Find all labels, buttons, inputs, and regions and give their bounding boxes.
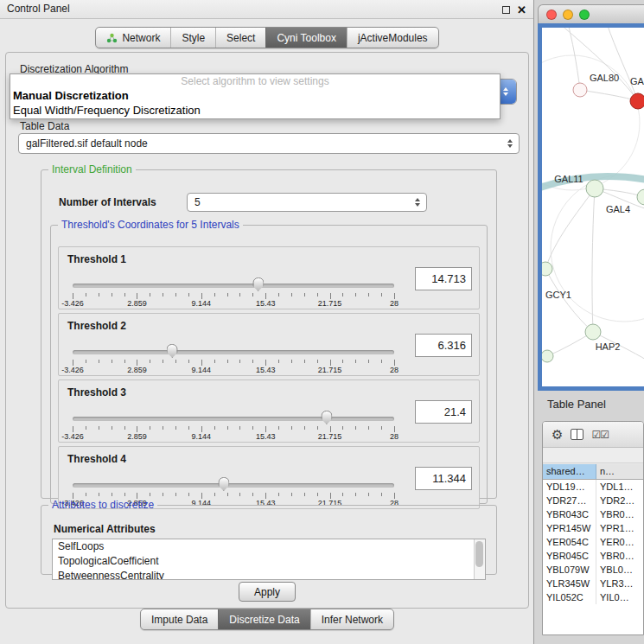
tick-mark <box>317 360 318 363</box>
network-node[interactable] <box>542 350 553 362</box>
table-cell[interactable]: YIL052C <box>543 590 596 604</box>
tick-mark <box>368 493 369 496</box>
tick-mark <box>265 360 266 366</box>
table-row[interactable]: YPR145WYPR1… <box>543 521 643 535</box>
attribute-list-item[interactable]: BetweennessCentrality <box>53 569 485 580</box>
table-cell[interactable]: YDR27… <box>543 494 596 507</box>
table-cell[interactable]: YDL1… <box>596 480 643 494</box>
zoom-traffic-icon[interactable] <box>579 10 590 20</box>
table-cell[interactable]: YDR2… <box>596 494 643 507</box>
tick-mark <box>304 426 305 430</box>
network-node[interactable] <box>542 262 552 276</box>
tick-mark <box>278 426 279 430</box>
tab-jactivemodules[interactable]: jActiveModules <box>347 28 438 48</box>
tick-mark <box>394 360 395 366</box>
table-data-combo[interactable]: galFiltered.sif default node <box>18 133 520 154</box>
tab-style[interactable]: Style <box>170 28 215 48</box>
table-cell[interactable]: YBR043C <box>543 507 596 521</box>
scrollbar[interactable] <box>474 539 485 579</box>
column-header-name[interactable]: n… <box>596 464 643 479</box>
number-of-intervals-label: Number of Intervals <box>59 196 156 208</box>
tab-discretize-data[interactable]: Discretize Data <box>218 609 309 629</box>
tab-network[interactable]: Network <box>96 28 170 48</box>
network-node[interactable] <box>585 324 601 340</box>
table-cell[interactable]: YBR0… <box>596 507 643 521</box>
dropdown-option-manual[interactable]: Manual Discretization <box>10 88 500 103</box>
checkbox-icon[interactable]: ☑☑ <box>591 430 609 440</box>
threshold-label: Threshold 1 <box>67 253 126 265</box>
float-window-icon[interactable] <box>502 6 510 14</box>
close-traffic-icon[interactable] <box>546 10 557 20</box>
tab-label: Discretize Data <box>229 610 299 629</box>
network-canvas[interactable]: GAL80 GA GAL11 GAL4 GCY1 HAP2 <box>542 28 644 386</box>
tick-mark <box>330 293 331 299</box>
dropdown-option-equal-width[interactable]: Equal Width/Frequency Discretization <box>10 103 500 118</box>
table-cell[interactable]: YPR1… <box>596 521 643 535</box>
threshold-slider[interactable]: -3.4262.8599.14415.4321.71528 <box>73 341 394 374</box>
numerical-attributes-list[interactable]: SelfLoopsTopologicalCoefficientBetweenne… <box>52 539 486 580</box>
tick-mark <box>201 293 202 299</box>
network-window-titlebar[interactable] <box>538 4 644 23</box>
threshold-slider[interactable]: -3.4262.8599.14415.4321.71528 <box>73 275 394 308</box>
table-cell[interactable]: YPR145W <box>543 521 596 535</box>
tick-mark <box>394 493 395 499</box>
tab-label: Impute Data <box>151 610 207 629</box>
table-row[interactable]: YBR043CYBR0… <box>543 507 643 521</box>
tick-label: 9.144 <box>192 432 212 441</box>
scrollbar-thumb[interactable] <box>475 541 483 567</box>
column-selector-icon[interactable] <box>571 429 583 440</box>
threshold-slider-thumb[interactable] <box>252 277 264 291</box>
table-cell[interactable]: YER0… <box>596 535 643 549</box>
tab-infer-network[interactable]: Infer Network <box>310 609 393 629</box>
table-row[interactable]: YER054CYER0… <box>543 535 643 549</box>
tab-select[interactable]: Select <box>215 28 265 48</box>
apply-button[interactable]: Apply <box>239 582 296 602</box>
threshold-value-field[interactable]: 14.713 <box>415 267 472 290</box>
table-cell[interactable]: YER054C <box>543 535 596 549</box>
column-header-shared-name[interactable]: shared… <box>543 464 596 479</box>
table-cell[interactable]: YLR345W <box>543 577 596 590</box>
table-cell[interactable]: YBL0… <box>596 563 643 577</box>
tab-impute-data[interactable]: Impute Data <box>141 609 218 629</box>
table-cell[interactable]: YDL19… <box>543 480 596 494</box>
minimize-traffic-icon[interactable] <box>563 10 573 20</box>
threshold-value-field[interactable]: 6.316 <box>415 334 472 357</box>
node-label: HAP2 <box>596 341 621 352</box>
network-node[interactable] <box>586 180 603 197</box>
table-cell[interactable]: YLR3… <box>596 577 643 590</box>
tab-label: jActiveModules <box>358 29 428 48</box>
threshold-slider-thumb[interactable] <box>167 344 178 358</box>
table-cell[interactable]: YIL0… <box>596 590 643 604</box>
tick-mark <box>150 360 150 363</box>
table-row[interactable]: YBL079WYBL0… <box>543 563 643 577</box>
attribute-list-item[interactable]: TopologicalCoefficient <box>53 554 485 569</box>
threshold-value-field[interactable]: 11.344 <box>415 467 472 490</box>
table-row[interactable]: YBR045CYBR0… <box>543 549 643 563</box>
network-node[interactable] <box>637 189 644 205</box>
control-panel-titlebar[interactable]: Control Panel ✕ <box>0 0 533 19</box>
table-row[interactable]: YIL052CYIL0… <box>543 590 643 604</box>
tick-mark <box>124 493 125 496</box>
table-cell[interactable]: YBR045C <box>543 549 596 563</box>
number-of-intervals-combo[interactable]: 5 <box>187 193 427 212</box>
network-node[interactable] <box>573 83 587 97</box>
tick-mark <box>214 360 215 363</box>
tick-mark <box>73 426 73 432</box>
attribute-list-item[interactable]: SelfLoops <box>53 539 485 554</box>
table-cell[interactable]: YBR0… <box>596 549 643 563</box>
threshold-slider-thumb[interactable] <box>321 411 332 424</box>
threshold-value-field[interactable]: 21.4 <box>415 400 472 424</box>
tab-cyni-toolbox[interactable]: Cyni Toolbox <box>265 28 346 48</box>
table-cell[interactable]: YBL079W <box>543 563 596 577</box>
table-row[interactable]: YDL19…YDL1… <box>543 480 643 494</box>
threshold-slider[interactable]: -3.4262.8599.14415.4321.71528 <box>73 408 394 441</box>
tick-mark <box>150 493 150 496</box>
tick-label: 28 <box>390 299 399 308</box>
close-icon[interactable]: ✕ <box>517 4 526 16</box>
tick-mark <box>137 293 137 299</box>
table-row[interactable]: YLR345WYLR3… <box>543 577 643 590</box>
gear-icon[interactable]: ⚙ <box>552 428 563 441</box>
table-row[interactable]: YDR27…YDR2… <box>543 494 643 507</box>
threshold-slider-thumb[interactable] <box>218 477 229 491</box>
network-node-selected[interactable] <box>630 93 644 109</box>
